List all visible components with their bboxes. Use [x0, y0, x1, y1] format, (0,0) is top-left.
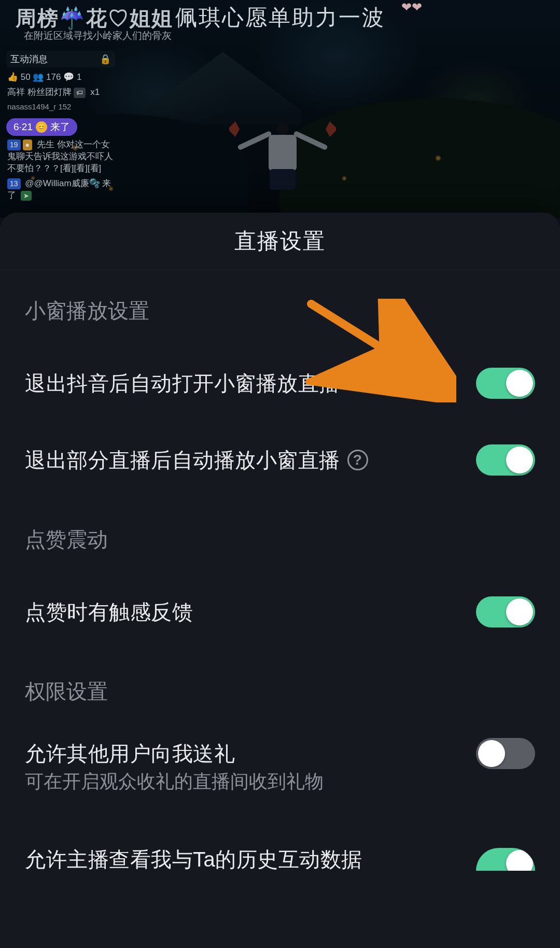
- chat-stats: 👍 50 👥 176 💬 1: [7, 72, 114, 83]
- help-icon[interactable]: ?: [347, 450, 368, 470]
- row-allow-history-label: 允许主播查看我与Ta的历史互动数据: [25, 845, 362, 874]
- chat-join-row: 13 @@William威廉🫧 来了 ➤: [7, 178, 114, 202]
- join-pill: 6·21 😊 来了: [6, 118, 77, 136]
- emoji-icon: 😊: [36, 121, 47, 133]
- chat-header: 互动消息 🔒: [6, 51, 115, 67]
- toggle-pip-auto-open[interactable]: [476, 368, 535, 399]
- section-perm-label: 权限设置: [0, 650, 560, 721]
- row-like-haptic-label: 点赞时有触感反馈: [25, 598, 193, 626]
- row-allow-gifts-label: 允许其他用户向我送礼: [25, 740, 235, 768]
- row-pip-auto-open-label: 退出抖音后自动打开小窗播放直播: [25, 369, 340, 398]
- pill-prefix: 6·21: [13, 120, 33, 134]
- toggle-allow-gifts[interactable]: [476, 738, 535, 769]
- hearts-icon: ❤︎❤︎: [401, 0, 422, 15]
- live-chat-panel: 互动消息 🔒 👍 50 👥 176 💬 1 高祥 粉丝团灯牌 🏷 x1 nasa…: [6, 51, 115, 205]
- section-pip-label: 小窗播放设置: [0, 270, 560, 341]
- row-pip-partial-label: 退出部分直播后自动播放小窗直播 ?: [25, 446, 368, 475]
- toggle-pip-partial[interactable]: [476, 444, 535, 476]
- row-pip-auto-open[interactable]: 退出抖音后自动打开小窗播放直播: [0, 345, 560, 422]
- sheet-header: 直播设置: [0, 213, 560, 270]
- chat-meta: nasass1494_r 152: [7, 102, 114, 112]
- sheet-title: 直播设置: [234, 227, 326, 256]
- row-pip-partial[interactable]: 退出部分直播后自动播放小窗直播 ?: [0, 422, 560, 498]
- chat-message: 19● 先生 你对这一个女鬼聊天告诉我这游戏不吓人不要怕？？？[看][看][看]: [7, 139, 114, 175]
- toggle-allow-history[interactable]: [476, 848, 535, 871]
- chat-fan-badge: 高祥 粉丝团灯牌 🏷 x1: [7, 87, 114, 99]
- section-like-label: 点赞震动: [0, 498, 560, 569]
- row-allow-history[interactable]: 允许主播查看我与Ta的历史互动数据: [0, 817, 560, 897]
- wish-list-title: 佩琪心愿单助力一波: [0, 3, 560, 32]
- lock-icon: 🔒: [100, 53, 111, 65]
- toggle-like-haptic[interactable]: [476, 596, 535, 628]
- chat-header-label: 互动消息: [10, 53, 48, 65]
- live-settings-sheet: 直播设置 小窗播放设置 退出抖音后自动打开小窗播放直播 退出部分直播后自动播放小…: [0, 213, 560, 948]
- pill-text: 来了: [50, 120, 70, 134]
- row-allow-gifts-desc: 可在开启观众收礼的直播间收到礼物: [0, 769, 404, 817]
- row-like-haptic[interactable]: 点赞时有触感反馈: [0, 574, 560, 650]
